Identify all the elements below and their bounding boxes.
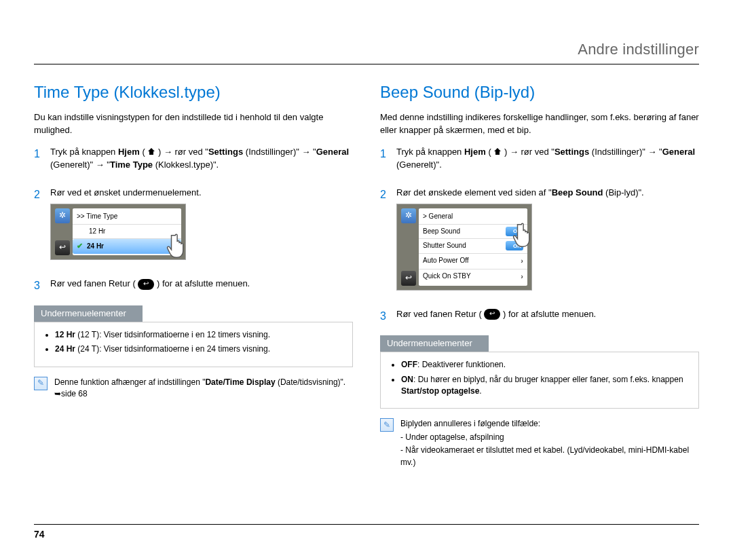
row-autopower: Auto Power Off› xyxy=(419,254,527,269)
submenu-item: 12 Hr (12 T): Viser tidsinformatioerne i… xyxy=(55,329,343,341)
return-icon: ↩ xyxy=(484,309,500,320)
gear-icon: ✲ xyxy=(401,208,416,223)
intro-time-type: Du kan indstille visningstypen for den i… xyxy=(34,111,353,137)
row-quickon: Quick On STBY› xyxy=(419,269,527,284)
note-text: Biplyden annulleres i følgende tilfælde:… xyxy=(400,418,699,470)
check-icon: ✔ xyxy=(77,241,83,252)
return-icon: ↩ xyxy=(55,240,70,255)
step-2: Rør ved et ønsket undermenuelement. ✲ ↩ … xyxy=(50,187,353,267)
submenu-item: ON: Du hører en biplyd, når du bruger kn… xyxy=(401,374,689,398)
return-icon: ↩ xyxy=(138,279,154,290)
submenu-box: OFF: Deaktiverer funktionen. ON: Du høre… xyxy=(380,352,699,409)
chevron-right-icon: › xyxy=(521,256,523,267)
intro-beep-sound: Med denne indstilling indikeres forskell… xyxy=(380,111,699,137)
col-time-type: Time Type (Klokkesl.type) Du kan indstil… xyxy=(34,81,353,470)
step-1: Tryk på knappen Hjem ( ) → rør ved "Sett… xyxy=(396,146,699,176)
heading-time-type: Time Type (Klokkesl.type) xyxy=(34,81,353,105)
note-icon: ✎ xyxy=(380,418,394,432)
pointer-hand-icon xyxy=(510,219,541,250)
step-num: 1 xyxy=(34,146,43,176)
return-icon: ↩ xyxy=(401,271,416,286)
step-num: 3 xyxy=(34,278,43,295)
step-1: Tryk på knappen Hjem ( ) → rør ved "Sett… xyxy=(50,146,353,176)
submenu-heading: Undermenuelementer xyxy=(34,305,143,322)
home-icon xyxy=(147,147,155,160)
step-3: Rør ved fanen Retur ( ↩ ) for at afslutt… xyxy=(50,278,353,295)
gear-icon: ✲ xyxy=(55,208,70,223)
screen-crumb: >> Time Type xyxy=(73,210,181,225)
note-icon: ✎ xyxy=(34,377,48,390)
heading-beep-sound: Beep Sound (Bip-lyd) xyxy=(380,81,699,105)
submenu-heading: Undermenuelementer xyxy=(380,335,489,352)
submenu-box: 12 Hr (12 T): Viser tidsinformatioerne i… xyxy=(34,322,353,367)
chevron-right-icon: › xyxy=(521,272,523,282)
step-num: 3 xyxy=(380,308,390,325)
step-3: Rør ved fanen Retur ( ↩ ) for at afslutt… xyxy=(396,308,699,325)
step-2: Rør det ønskede element ved siden af "Be… xyxy=(396,187,699,297)
page-number: 74 xyxy=(34,524,699,540)
step-num: 2 xyxy=(380,187,390,297)
home-icon xyxy=(493,147,502,160)
screenshot-beep: ✲ ↩ > General Beep SoundON Shutter Sound… xyxy=(396,204,532,290)
submenu-item: OFF: Deaktiverer funktionen. xyxy=(401,359,689,371)
running-header: Andre indstillinger xyxy=(34,41,699,64)
screenshot-time-type: ✲ ↩ >> Time Type 12 Hr ✔24 Hr xyxy=(50,204,186,260)
col-beep-sound: Beep Sound (Bip-lyd) Med denne indstilli… xyxy=(380,81,699,470)
pointer-hand-icon xyxy=(164,230,195,261)
step-num: 1 xyxy=(380,146,390,176)
submenu-item: 24 Hr (24 T): Viser tidsinformatioerne i… xyxy=(55,343,343,355)
note-text: Denne funktion afhænger af indstillingen… xyxy=(54,377,353,402)
step-num: 2 xyxy=(34,187,43,267)
